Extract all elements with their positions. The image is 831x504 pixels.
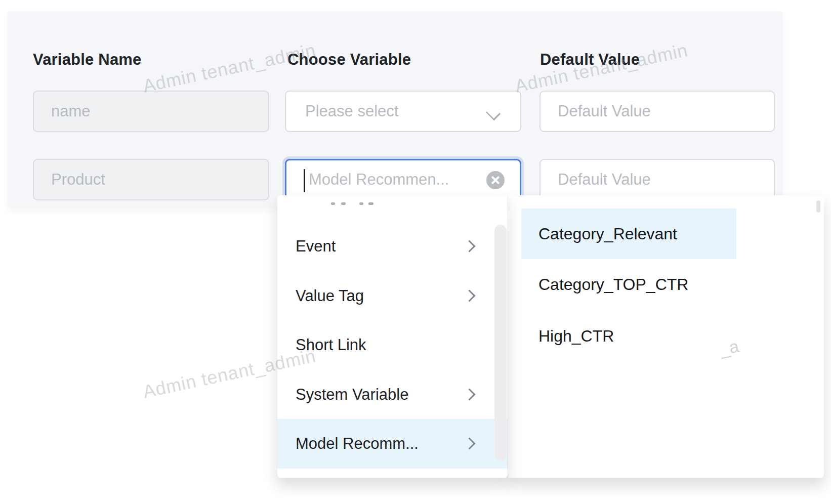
default-value-label: Default Value bbox=[540, 51, 640, 69]
variable-name-input-row2[interactable] bbox=[33, 159, 269, 200]
chevron-right-icon bbox=[465, 439, 474, 448]
dropdown-item-value-tag[interactable]: Value Tag bbox=[277, 271, 508, 321]
variable-name-input-row1[interactable] bbox=[33, 91, 269, 132]
text-cursor bbox=[304, 169, 305, 192]
clipped-item-fragment bbox=[341, 202, 346, 205]
chevron-right-icon bbox=[465, 291, 474, 300]
variable-options-submenu: Category_Relevant Category_TOP_CTR High_… bbox=[508, 195, 824, 478]
dropdown-scrollbar-thumb[interactable] bbox=[494, 225, 507, 460]
chevron-right-icon bbox=[465, 241, 474, 250]
clear-selection-icon[interactable] bbox=[486, 171, 505, 189]
dropdown-item-label: Value Tag bbox=[296, 287, 364, 305]
variable-type-dropdown: Event Value Tag Short Link System Variab… bbox=[277, 195, 508, 478]
dropdown-item-short-link[interactable]: Short Link bbox=[277, 320, 508, 370]
variable-name-label: Variable Name bbox=[33, 51, 142, 69]
choose-variable-label: Choose Variable bbox=[287, 51, 411, 69]
clipped-item-fragment bbox=[368, 202, 373, 205]
clipped-item-fragment bbox=[359, 202, 363, 205]
dropdown-item-event[interactable]: Event bbox=[277, 222, 508, 271]
screen: Variable Name Choose Variable Default Va… bbox=[0, 0, 831, 504]
default-value-input-row2[interactable] bbox=[539, 159, 775, 200]
submenu-item-high-ctr[interactable]: High_CTR bbox=[521, 311, 736, 361]
submenu-item-label: Category_TOP_CTR bbox=[538, 275, 688, 294]
chevron-down-icon bbox=[487, 107, 499, 119]
dropdown-item-model-recommend[interactable]: Model Recomm... bbox=[277, 419, 508, 469]
submenu-item-label: Category_Relevant bbox=[538, 225, 677, 243]
submenu-item-category-top-ctr[interactable]: Category_TOP_CTR bbox=[521, 259, 736, 310]
default-value-input-row1[interactable] bbox=[539, 91, 775, 132]
submenu-scrollbar-thumb[interactable] bbox=[816, 200, 820, 213]
submenu-item-label: High_CTR bbox=[538, 327, 614, 346]
dropdown-item-label: Event bbox=[296, 237, 336, 256]
dropdown-item-label: Model Recomm... bbox=[296, 435, 419, 453]
choose-variable-select-row1[interactable]: Please select bbox=[285, 91, 521, 132]
choose-variable-value-row2: Model Recommen... bbox=[306, 171, 449, 189]
submenu-item-category-relevant[interactable]: Category_Relevant bbox=[521, 208, 736, 259]
chevron-right-icon bbox=[465, 390, 474, 399]
dropdown-item-label: System Variable bbox=[296, 386, 408, 404]
dropdown-item-label: Short Link bbox=[296, 336, 366, 354]
variable-form-panel: Variable Name Choose Variable Default Va… bbox=[8, 11, 782, 206]
choose-variable-placeholder-row1: Please select bbox=[305, 102, 398, 120]
choose-variable-select-row2[interactable]: Model Recommen... bbox=[285, 159, 521, 200]
clipped-item-fragment bbox=[331, 202, 335, 205]
dropdown-item-system-variable[interactable]: System Variable bbox=[277, 370, 508, 419]
